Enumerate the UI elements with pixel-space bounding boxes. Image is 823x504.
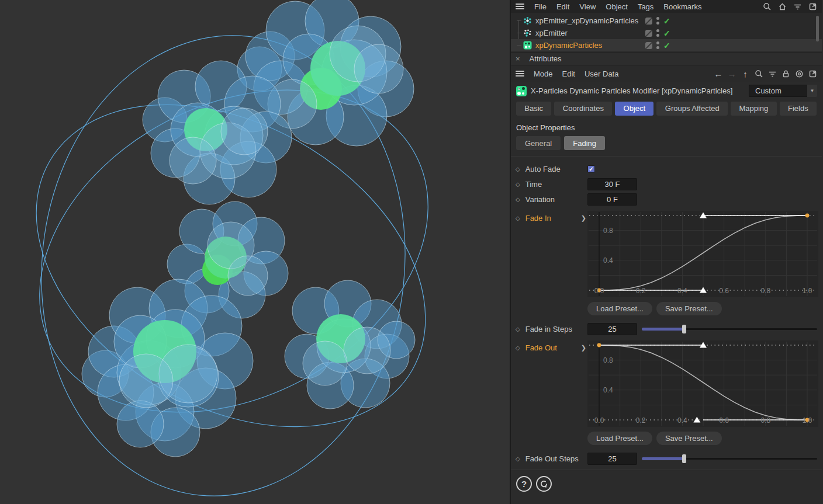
section-title: Object Properties	[511, 117, 822, 134]
layer-toggle-icon[interactable]	[645, 30, 652, 37]
viewport-3d[interactable]	[0, 0, 511, 504]
svg-text:0.4: 0.4	[677, 416, 687, 425]
object-row-xpemitter-xpdynamicparticles[interactable]: xpEmitter_xpDynamicParticles ✓	[511, 15, 822, 27]
tab-fields[interactable]: Fields	[780, 102, 817, 116]
svg-text:0.8: 0.8	[760, 287, 770, 295]
forward-arrow-icon[interactable]: →	[727, 69, 736, 78]
tab-object[interactable]: Object	[615, 102, 653, 116]
slider-handle[interactable]	[682, 325, 686, 333]
save-preset-button[interactable]: Save Preset...	[656, 302, 722, 315]
object-row-xpemitter[interactable]: xpEmitter ✓	[511, 27, 822, 39]
home-icon[interactable]	[777, 2, 787, 11]
xp-dynamic-particles-icon	[523, 41, 532, 50]
param-variation: ◇ Variation	[511, 192, 822, 207]
enabled-checkmark-icon[interactable]: ✓	[663, 29, 670, 38]
hamburger-menu-icon[interactable]	[516, 71, 524, 77]
svg-text:1.0: 1.0	[803, 287, 812, 295]
fade-in-steps-input[interactable]	[587, 323, 637, 335]
lock-icon[interactable]	[781, 69, 790, 78]
tab-coordinates[interactable]: Coordinates	[554, 102, 612, 116]
param-fade-out: ◇ Fade Out ❯ 0.80.40.00.20.40.60.81.0	[511, 340, 822, 427]
svg-text:0.8: 0.8	[603, 227, 613, 235]
diamond-icon: ◇	[516, 345, 520, 351]
new-window-icon[interactable]	[808, 69, 817, 78]
layer-toggle-icon[interactable]	[645, 18, 652, 25]
reset-icon[interactable]	[536, 476, 552, 492]
slider-handle[interactable]	[682, 454, 686, 463]
filter-icon[interactable]	[767, 69, 777, 78]
close-icon[interactable]: ×	[516, 54, 520, 63]
fade-in-curve-editor[interactable]: 0.80.40.00.20.40.60.81.0	[587, 211, 818, 297]
menu-user-data[interactable]: User Data	[585, 69, 619, 78]
tab-groups-affected[interactable]: Groups Affected	[656, 102, 728, 116]
chevron-right-icon[interactable]: ❯	[581, 344, 586, 352]
preset-dropdown[interactable]: Custom ▼	[749, 85, 817, 97]
save-preset-button[interactable]: Save Preset...	[656, 432, 722, 445]
svg-text:0.8: 0.8	[603, 356, 613, 364]
up-arrow-icon[interactable]: ↑	[741, 69, 750, 78]
target-icon[interactable]	[794, 69, 804, 78]
param-auto-fade: ◇ Auto Fade ✓	[511, 161, 822, 176]
xp-emitter-modifier-icon	[523, 16, 532, 26]
enabled-checkmark-icon[interactable]: ✓	[663, 16, 670, 26]
object-label: xpEmitter	[535, 29, 568, 37]
preset-dropdown-value[interactable]: Custom	[749, 85, 807, 97]
menu-edit[interactable]: Edit	[556, 2, 569, 11]
load-preset-button[interactable]: Load Preset...	[587, 302, 652, 315]
svg-text:0.4: 0.4	[603, 386, 613, 394]
attributes-panel-header: × Attributes	[511, 53, 822, 65]
new-window-icon[interactable]	[808, 2, 817, 11]
chevron-down-icon[interactable]: ▼	[807, 85, 817, 97]
load-preset-button[interactable]: Load Preset...	[587, 432, 652, 445]
menu-view[interactable]: View	[579, 2, 596, 11]
param-fade-in: ◇ Fade In ❯ 0.80.40.00.20.40.60.81.0	[511, 211, 822, 297]
fade-out-steps-input[interactable]	[587, 453, 637, 465]
xp-dynamic-particles-icon	[516, 86, 527, 96]
variation-input[interactable]	[587, 193, 637, 206]
xp-emitter-icon	[523, 29, 532, 38]
fade-out-curve-editor[interactable]: 0.80.40.00.20.40.60.81.0	[587, 340, 818, 427]
menu-object[interactable]: Object	[606, 2, 628, 11]
search-icon[interactable]	[762, 2, 772, 11]
search-icon[interactable]	[754, 69, 763, 78]
fade-out-steps-slider[interactable]	[642, 454, 817, 463]
tab-basic[interactable]: Basic	[516, 102, 551, 116]
object-label: xpDynamicParticles	[535, 41, 602, 50]
object-manager: xpEmitter_xpDynamicParticles ✓ xpEmitter…	[511, 13, 822, 53]
object-title: X-Particles Dynamic Particles Modifier […	[531, 86, 732, 95]
menu-edit[interactable]: Edit	[562, 69, 575, 78]
visibility-dots-toggle[interactable]	[656, 41, 659, 49]
hamburger-menu-icon[interactable]	[516, 4, 524, 9]
time-input[interactable]	[587, 178, 637, 190]
svg-text:1.0: 1.0	[803, 416, 812, 425]
object-row-xpdynamicparticles[interactable]: xpDynamicParticles ✓	[511, 39, 822, 51]
diamond-icon: ◇	[516, 215, 520, 221]
back-arrow-icon[interactable]: ←	[714, 69, 723, 78]
attribute-tabs: Basic Coordinates Object Groups Affected…	[511, 100, 822, 117]
fade-in-steps-slider[interactable]	[642, 325, 817, 333]
menu-mode[interactable]: Mode	[534, 69, 553, 78]
svg-text:0.6: 0.6	[719, 416, 729, 425]
param-time: ◇ Time	[511, 176, 822, 192]
menu-tags[interactable]: Tags	[638, 2, 653, 11]
subtab-general[interactable]: General	[516, 136, 561, 150]
svg-text:0.4: 0.4	[677, 287, 687, 295]
layer-toggle-icon[interactable]	[645, 42, 652, 49]
auto-fade-checkbox[interactable]: ✓	[587, 165, 595, 173]
visibility-dots-toggle[interactable]	[656, 17, 659, 25]
svg-text:0.4: 0.4	[603, 256, 613, 265]
scrollbar[interactable]	[816, 16, 819, 41]
enabled-checkmark-icon[interactable]: ✓	[663, 41, 670, 50]
object-properties-subtabs: General Fading	[511, 134, 822, 152]
filter-icon[interactable]	[793, 2, 802, 11]
menu-bookmarks[interactable]: Bookmarks	[663, 2, 701, 11]
tab-mapping[interactable]: Mapping	[731, 102, 777, 116]
menu-file[interactable]: File	[534, 2, 547, 11]
chevron-right-icon[interactable]: ❯	[581, 214, 586, 222]
parameters: ◇ Auto Fade ✓ ◇ Time ◇ Vari	[511, 157, 822, 492]
subtab-fading[interactable]: Fading	[564, 136, 605, 150]
visibility-dots-toggle[interactable]	[656, 29, 659, 37]
attributes-menubar: Mode Edit User Data ← → ↑	[511, 65, 822, 82]
help-icon[interactable]: ?	[516, 476, 532, 492]
right-panel: File Edit View Object Tags Bookmarks	[511, 0, 822, 504]
